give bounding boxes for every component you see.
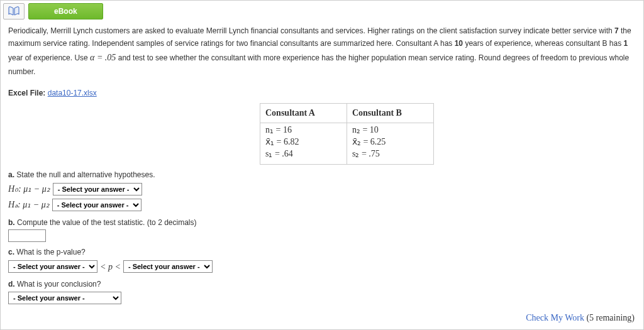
a-s: s₁ = .64 [265,148,341,160]
a-n: n₁ = 16 [265,124,341,136]
ha-prefix: Hₐ: μ₁ − μ₂ [8,197,50,212]
qd-text: What is your conclusion? [17,280,101,289]
pt6: year of experience. Use [8,53,90,62]
question-a: a. State the null and alternative hypoth… [8,168,636,212]
question-d: d. What is your conclusion? - Select you… [8,278,636,304]
h0-prefix: H₀: μ₁ − μ₂ [8,182,50,197]
pt7-alpha: α = .05 [90,53,116,62]
pvalue-upper-select[interactable]: - Select your answer - [123,260,213,273]
question-b: b. Compute the value of the test statist… [8,216,636,242]
check-remaining: (5 remaining) [586,313,635,322]
check-my-work-link[interactable]: Check My Work [526,313,584,322]
b-xbar: x̄₂ = 6.25 [352,136,428,148]
test-statistic-input[interactable] [8,229,46,242]
pt4: years of experience, whereas consultant … [463,39,623,48]
qc-label: c. [8,248,14,256]
td-consultant-a: n₁ = 16 x̄₁ = 6.82 s₁ = .64 [260,123,347,165]
page-container: eBook Periodically, Merrill Lynch custom… [0,0,644,330]
a-xbar: x̄₁ = 6.82 [265,136,341,148]
ebook-button[interactable]: eBook [28,3,103,19]
book-icon-cell[interactable] [3,3,25,19]
problem-text: Periodically, Merrill Lynch customers ar… [8,25,636,78]
qd-label: d. [8,280,15,289]
td-consultant-b: n₂ = 10 x̄₂ = 6.25 s₂ = .75 [347,123,433,165]
p-between: < p < [100,260,121,275]
b-s: s₂ = .75 [352,148,428,160]
question-c: c. What is the p-value? - Select your an… [8,246,636,274]
book-icon [8,6,20,16]
ha-select[interactable]: - Select your answer - [52,199,142,211]
check-my-work: Check My Work (5 remaining) [526,313,635,323]
pvalue-lower-select[interactable]: - Select your answer - [8,260,97,273]
th-consultant-a: Consultant A [260,104,347,123]
file-link[interactable]: data10-17.xlsx [48,89,97,97]
qa-label: a. [8,170,14,179]
conclusion-select[interactable]: - Select your answer - [8,292,121,304]
qa-text: State the null and alternative hypothese… [16,170,155,179]
consultant-table: Consultant A Consultant B n₁ = 16 x̄₁ = … [8,103,636,164]
qb-label: b. [8,218,15,227]
qb-text: Compute the value of the test statistic.… [17,218,196,227]
file-line: Excel File: data10-17.xlsx [8,87,636,99]
toolbar: eBook [3,3,643,19]
file-label: Excel File: [8,89,45,97]
qc-text: What is the p-value? [16,248,85,256]
pt1: 7 [614,26,619,35]
content-area: Periodically, Merrill Lynch customers ar… [1,19,643,304]
h0-select[interactable]: - Select your answer - [53,183,142,195]
b-n: n₂ = 10 [352,124,428,136]
pt0: Periodically, Merrill Lynch customers ar… [8,26,614,35]
th-consultant-b: Consultant B [347,104,433,123]
pt5: 1 [624,39,628,48]
pt3: 10 [455,39,463,48]
